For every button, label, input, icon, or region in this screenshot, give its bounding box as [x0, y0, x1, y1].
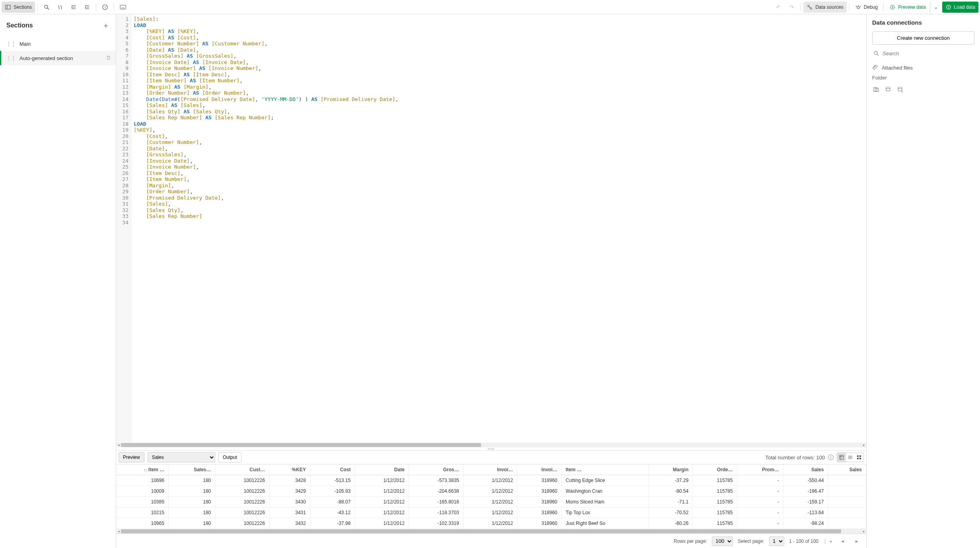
table-selector[interactable]: Sales — [148, 452, 215, 462]
select-data-icon[interactable] — [873, 86, 879, 93]
svg-point-40 — [874, 51, 877, 54]
preview-icon — [889, 4, 896, 10]
data-table-wrap: ↑↓ Item …Sales…Cust…%KEYCostDateGros…Inv… — [116, 464, 866, 529]
table-row[interactable]: 10385180100122263430-88.071/12/2012-165.… — [116, 497, 866, 507]
view-mode-toggle — [837, 453, 864, 462]
scroll-left-icon[interactable]: ◂ — [116, 443, 121, 447]
svg-marker-26 — [948, 6, 949, 8]
table-row[interactable]: 10696180100122263428-513.151/12/2012-573… — [116, 475, 866, 486]
page-range-label: 1 - 100 of 100 — [789, 538, 818, 544]
connection-icon — [807, 4, 813, 10]
column-header[interactable]: Sales — [828, 464, 866, 475]
svg-point-44 — [886, 87, 890, 89]
table-row[interactable]: 10215180100122263431-43.121/12/2012-118.… — [116, 507, 866, 518]
table-view-button[interactable] — [837, 453, 846, 462]
table-row[interactable]: 10009180100122263429-105.931/12/2012-204… — [116, 486, 866, 497]
scroll-right-icon[interactable]: ▸ — [861, 529, 866, 534]
table-row[interactable]: 10965180100122263432-37.981/12/2012-102.… — [116, 518, 866, 529]
search-button[interactable] — [40, 2, 53, 13]
next-page-button[interactable]: ▸ — [852, 536, 861, 546]
first-page-button[interactable]: ⎸◂ — [823, 536, 833, 546]
page-select[interactable]: 1 — [769, 536, 784, 546]
resize-handle[interactable]: ══ — [116, 447, 866, 450]
scrollbar-thumb[interactable] — [121, 443, 481, 447]
outdent-button[interactable] — [81, 2, 94, 13]
column-header[interactable]: Sales — [783, 464, 828, 475]
list-view-button[interactable] — [846, 453, 855, 462]
undo-button[interactable]: ↶ — [772, 2, 785, 13]
panel-left-icon — [5, 4, 11, 10]
sections-toggle-button[interactable]: Sections — [2, 2, 35, 13]
column-header[interactable]: Orde… — [693, 464, 737, 475]
svg-rect-30 — [840, 455, 844, 459]
svg-line-5 — [61, 5, 62, 9]
section-item-main[interactable]: ⋮⋮ Main — [0, 37, 116, 51]
connections-title: Data connections — [872, 19, 974, 26]
column-header[interactable]: Item … — [561, 464, 649, 475]
line-gutter: 1234567891011121314151617181920212223242… — [116, 14, 131, 443]
pager: Rows per page: 100 Select page: 1 1 - 10… — [116, 534, 866, 548]
indent-button[interactable] — [67, 2, 80, 13]
column-header[interactable]: Margin — [649, 464, 693, 475]
column-header[interactable]: Gros… — [409, 464, 463, 475]
scroll-right-icon[interactable]: ▸ — [861, 443, 866, 447]
preview-bar: Preview Sales Output Total number of row… — [116, 450, 866, 464]
preview-tab-button[interactable]: Preview — [119, 452, 144, 462]
grid-view-button[interactable] — [855, 453, 863, 462]
column-header[interactable]: Invoi… — [463, 464, 517, 475]
data-sources-button[interactable]: Data sources — [803, 2, 847, 13]
svg-point-2 — [45, 5, 48, 8]
table-scrollbar-h[interactable]: ◂ ▸ — [116, 529, 866, 534]
prev-page-button[interactable]: ◂ — [838, 536, 847, 546]
svg-line-46 — [901, 91, 903, 92]
svg-line-22 — [860, 6, 861, 7]
column-header[interactable]: Invoi… — [517, 464, 561, 475]
column-header[interactable]: Cost — [310, 464, 355, 475]
svg-line-3 — [47, 8, 49, 10]
data-table: ↑↓ Item …Sales…Cust…%KEYCostDateGros…Inv… — [116, 464, 866, 529]
connections-panel: Data connections Create new connection A… — [866, 14, 980, 548]
column-header[interactable]: Cust… — [215, 464, 269, 475]
keyboard-button[interactable] — [117, 2, 129, 13]
svg-line-21 — [856, 6, 857, 7]
help-button[interactable]: ? — [99, 2, 111, 13]
svg-line-41 — [877, 54, 879, 56]
create-connection-button[interactable]: Create new connection — [872, 31, 974, 45]
scrollbar-thumb[interactable] — [121, 529, 841, 533]
preview-data-button[interactable]: Preview data — [886, 2, 929, 13]
rows-per-page-select[interactable]: 100 — [712, 536, 733, 546]
section-item-auto[interactable]: ⋮⋮ Auto-generated section — [0, 51, 116, 65]
output-tab-button[interactable]: Output — [218, 452, 242, 462]
column-header[interactable]: %KEY — [269, 464, 310, 475]
redo-button[interactable]: ↷ — [785, 2, 798, 13]
insert-script-icon[interactable] — [885, 86, 891, 93]
column-header[interactable]: Sales… — [168, 464, 215, 475]
search-icon — [43, 4, 50, 10]
drag-handle-icon[interactable]: ⋮⋮ — [6, 55, 16, 61]
column-header[interactable]: Prom… — [737, 464, 783, 475]
debug-label: Debug — [864, 4, 878, 10]
connection-search-input[interactable] — [883, 51, 974, 56]
debug-button[interactable]: Debug — [852, 2, 881, 13]
section-label: Main — [19, 41, 31, 47]
edit-connection-icon[interactable] — [897, 86, 903, 93]
comment-button[interactable] — [54, 2, 66, 13]
undo-icon: ↶ — [775, 4, 781, 10]
drag-handle-icon[interactable]: ⋮⋮ — [6, 41, 16, 47]
divider — [801, 3, 801, 11]
load-data-button[interactable]: Load data — [942, 2, 978, 13]
info-icon[interactable]: i — [828, 455, 834, 460]
scroll-left-icon[interactable]: ◂ — [116, 529, 121, 534]
outdent-icon — [84, 4, 90, 10]
column-header[interactable]: Date — [355, 464, 409, 475]
svg-point-45 — [898, 87, 902, 89]
add-section-button[interactable]: ＋ — [102, 21, 109, 30]
code-area[interactable]: [Sales]:LOAD [%KEY] AS [%KEY], [Cost] AS… — [131, 14, 866, 443]
code-editor[interactable]: 1234567891011121314151617181920212223242… — [116, 14, 866, 443]
delete-section-button[interactable] — [106, 55, 111, 61]
keyboard-icon — [120, 4, 126, 10]
editor-scrollbar-h[interactable]: ◂ ▸ — [116, 443, 866, 447]
svg-rect-37 — [859, 455, 861, 457]
column-header[interactable]: ↑↓ Item … — [116, 464, 168, 475]
preview-data-dropdown[interactable]: ⌄ — [930, 2, 941, 13]
